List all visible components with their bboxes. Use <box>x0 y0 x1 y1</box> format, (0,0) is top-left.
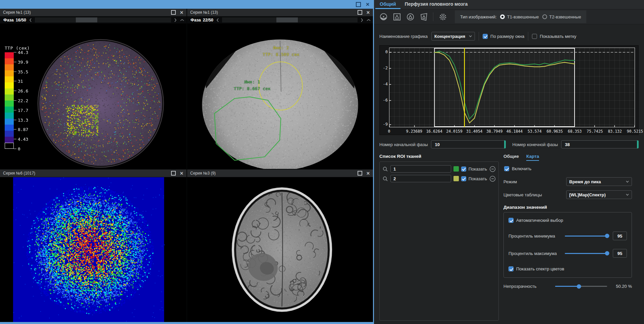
roi-name-input[interactable]: 1 <box>390 165 451 173</box>
x-tick-label: 38.7949 <box>486 129 502 134</box>
viewport-titlebar: Серия №6 (1017) ✕ <box>0 170 186 177</box>
phase-bar: Фаза 22/50 <box>187 16 373 23</box>
viewport-titlebar: Серия №1 (13) ✕ <box>0 9 186 16</box>
roi-show-label: Показать <box>469 167 487 172</box>
show-spectrum-checkbox[interactable]: Показать спектр цветов <box>508 266 627 271</box>
viewport-maximize-icon[interactable] <box>358 10 362 15</box>
viewport-maximize-icon[interactable] <box>358 171 362 176</box>
phase-scrollbar-thumb[interactable] <box>276 17 298 22</box>
viewer-maximize-button[interactable] <box>356 2 361 7</box>
chevron-down-icon <box>469 35 472 37</box>
phase-next-button[interactable] <box>360 18 364 22</box>
roi-color-swatch[interactable] <box>453 176 459 181</box>
mode-select[interactable]: Время до пика <box>566 177 632 186</box>
t1-image[interactable] <box>187 177 373 322</box>
percentile-min-slider[interactable] <box>565 236 609 237</box>
phase-scrollbar[interactable] <box>35 17 171 22</box>
colorbar-scale <box>5 52 14 149</box>
viewport-close-icon[interactable]: ✕ <box>180 171 183 176</box>
palette-select[interactable]: [WL]Map(Спектр) <box>566 190 632 199</box>
tab-common[interactable]: Общие <box>503 154 519 161</box>
checkbox-icon[interactable] <box>461 176 466 181</box>
chart-y-axis: 0-2-4-6-9 <box>380 48 389 127</box>
scroll-up-icon[interactable] <box>180 18 184 22</box>
disc-tool-button[interactable] <box>377 11 389 22</box>
viewport-close-icon[interactable]: ✕ <box>180 10 183 15</box>
percentile-max-slider[interactable] <box>565 253 609 254</box>
start-phase-label: Номер начальной фазы <box>379 142 428 147</box>
mode-field: Режим Время до пика <box>503 177 632 186</box>
graph-name-select[interactable]: Концентрация <box>431 32 475 41</box>
tab-general[interactable]: Общий <box>375 0 400 9</box>
start-phase-field: Номер начальной фазы 10 <box>379 140 506 148</box>
remove-roi-icon[interactable] <box>489 176 496 182</box>
perfusion-image[interactable] <box>0 177 186 322</box>
phase-label: Фаза <box>191 18 201 22</box>
start-phase-input[interactable]: 10 <box>431 140 505 148</box>
range-group-title: Диапазон значений <box>503 205 632 210</box>
radio-icon[interactable] <box>542 14 547 19</box>
percentile-min-value[interactable]: 95 <box>613 232 627 240</box>
opacity-slider[interactable] <box>555 286 607 287</box>
viewport-close-icon[interactable]: ✕ <box>366 171 370 176</box>
radio-t2-weighted[interactable]: Т2-взвешенные <box>542 14 581 19</box>
viewport-perfusion-map: Серия №6 (1017) ✕ <box>0 170 186 322</box>
checkbox-icon[interactable] <box>461 167 466 172</box>
phase-prev-button[interactable] <box>28 18 33 22</box>
rect-curve-tool-button[interactable] <box>391 11 403 22</box>
scroll-up-icon[interactable] <box>366 18 371 22</box>
enable-map-checkbox[interactable]: Включить <box>504 166 632 171</box>
radio-t1-weighted[interactable]: Т1-взвешенные <box>500 14 539 19</box>
viewport-t1: Серия №3 (9) ✕ <box>187 170 373 322</box>
phase-scrollbar-thumb[interactable] <box>76 17 97 22</box>
checkbox-icon[interactable] <box>532 34 537 39</box>
tab-brain-perfusion[interactable]: Перфузия головного мозга <box>400 0 472 9</box>
roi-color-swatch[interactable] <box>453 166 459 172</box>
x-tick-label: 83.132 <box>608 129 622 134</box>
image-type-group: Тип изображений: Т1-взвешенные Т2-взвеше… <box>455 10 586 23</box>
tab-map[interactable]: Карта <box>526 154 539 161</box>
viewport-close-icon[interactable]: ✕ <box>366 10 370 15</box>
viewer-close-button[interactable]: ✕ <box>366 2 370 7</box>
percentile-max-value[interactable]: 95 <box>613 249 627 258</box>
polygon-curve-tool-button[interactable] <box>418 11 430 22</box>
roi-list-item: 2 Показать <box>382 175 496 182</box>
checkbox-icon[interactable] <box>508 218 514 223</box>
chart-plot[interactable] <box>389 48 635 127</box>
ttp-image[interactable]: TTP (сек) 44.339.935.53126.622.217.713.3… <box>0 23 186 169</box>
x-tick-label: 16.6264 <box>426 129 442 134</box>
viewport-maximize-icon[interactable] <box>171 10 176 15</box>
phase-next-button[interactable] <box>173 18 178 22</box>
viewport-roi-source: Серия №1 (13) ✕ Фаза 22/50 <box>187 9 373 169</box>
input-accent-cap <box>637 140 639 148</box>
x-tick-label: 68.353 <box>568 129 582 134</box>
x-tick-label: 24.0159 <box>446 129 462 134</box>
remove-roi-icon[interactable] <box>489 166 496 172</box>
settings-gear-button[interactable] <box>437 11 449 22</box>
chart-x-axis: 09.2368916.626424.015931.405438.794946.1… <box>389 127 635 135</box>
roi-image[interactable]: Имя: 2 TTP: 8.509 сек Имя: 1 TTP: 8.667 … <box>187 23 373 169</box>
y-tick-label: 0 <box>385 50 388 54</box>
viewport-maximize-icon[interactable] <box>171 171 176 176</box>
checkbox-icon[interactable] <box>483 34 488 39</box>
roi-name-input[interactable]: 2 <box>390 175 451 182</box>
radio-icon[interactable] <box>500 14 505 19</box>
phase-scrollbar[interactable] <box>222 17 358 22</box>
viewport-title: Серия №1 (13) <box>3 10 31 15</box>
phase-prev-button[interactable] <box>215 18 220 22</box>
phase-bar: Фаза 16/50 <box>0 16 186 23</box>
search-icon[interactable] <box>382 176 388 182</box>
panel-tabbar: Общий Перфузия головного мозга <box>374 0 644 9</box>
x-tick-label: 53.574 <box>528 129 542 134</box>
roi-annotation-2: Имя: 2 TTP: 8.509 сек <box>263 45 300 58</box>
end-phase-input[interactable]: 38 <box>561 140 639 148</box>
circle-curve-tool-button[interactable] <box>404 11 416 22</box>
auto-select-checkbox[interactable]: Автоматический выбор <box>508 218 627 223</box>
search-icon[interactable] <box>382 166 388 172</box>
checkbox-icon[interactable] <box>508 266 514 271</box>
viewport-title: Серия №3 (9) <box>190 171 216 176</box>
fit-window-checkbox[interactable]: По размеру окна <box>483 34 524 39</box>
x-tick-label: 46.1844 <box>506 129 523 134</box>
checkbox-icon[interactable] <box>504 166 509 171</box>
show-mark-checkbox[interactable]: Показывать метку <box>532 34 576 39</box>
